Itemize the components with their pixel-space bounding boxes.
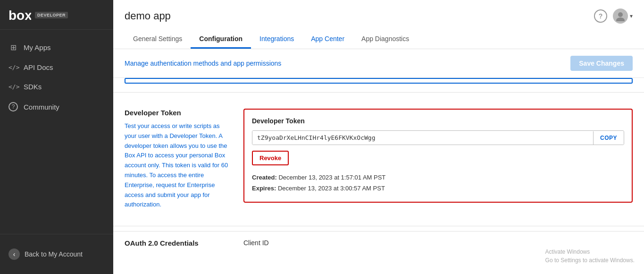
manage-auth-link[interactable]: Manage authentication methods and app pe… xyxy=(125,60,281,67)
created-label: Created: xyxy=(252,174,277,181)
token-created: Created: December 13, 2023 at 1:57:01 AM… xyxy=(252,172,624,183)
sidebar-logo: box DEVELOPER xyxy=(0,0,113,30)
token-input-row: COPY xyxy=(252,130,624,145)
developer-token-layout: Developer Token Test your access or writ… xyxy=(125,109,633,210)
oauth-section: OAuth 2.0 Credentials Client ID xyxy=(113,231,644,255)
oauth-layout: OAuth 2.0 Credentials Client ID xyxy=(125,239,633,247)
header-top: demo app ? ▾ xyxy=(125,9,633,24)
app-title: demo app xyxy=(125,10,171,22)
tab-general-settings[interactable]: General Settings xyxy=(125,30,191,49)
developer-token-left: Developer Token Test your access or writ… xyxy=(125,109,228,210)
developer-token-section: Developer Token Test your access or writ… xyxy=(113,97,644,221)
token-meta: Created: December 13, 2023 at 1:57:01 AM… xyxy=(252,172,624,194)
section-divider-1 xyxy=(113,92,644,93)
created-value: December 13, 2023 at 1:57:01 AM PST xyxy=(278,174,385,181)
desc-link-authorization[interactable]: authorization xyxy=(125,201,159,208)
revoke-button[interactable]: Revoke xyxy=(252,151,289,165)
code-icon-sdk: </> xyxy=(8,83,18,90)
back-to-account-button[interactable]: ‹ Back to My Account xyxy=(0,242,113,266)
content-toolbar: Manage authentication methods and app pe… xyxy=(113,49,644,78)
tab-app-center[interactable]: App Center xyxy=(302,30,353,49)
svg-text:box: box xyxy=(8,8,31,22)
code-icon-api: </> xyxy=(8,64,18,71)
sidebar-item-sdks-label: SDKs xyxy=(24,83,42,91)
tab-integrations[interactable]: Integrations xyxy=(251,30,302,49)
sidebar-item-my-apps-label: My Apps xyxy=(24,43,51,51)
partial-blue-bar xyxy=(125,78,633,84)
box-logo-icon: box xyxy=(8,8,31,22)
oauth-right: Client ID xyxy=(243,239,633,247)
developer-badge: DEVELOPER xyxy=(35,12,68,18)
token-box-title: Developer Token xyxy=(252,117,624,125)
developer-token-title: Developer Token xyxy=(125,109,228,117)
sidebar-item-community[interactable]: ? Community xyxy=(0,96,113,117)
help-icon[interactable]: ? xyxy=(594,9,607,23)
expires-label: Expires: xyxy=(252,185,276,192)
desc-text-4: and submit your app for xyxy=(143,191,209,198)
sidebar-item-api-docs[interactable]: </> API Docs xyxy=(0,58,113,77)
user-avatar xyxy=(613,9,628,24)
oauth-left: OAuth 2.0 Credentials xyxy=(125,239,228,247)
main-header: demo app ? ▾ General Settings Configurat… xyxy=(113,0,644,49)
back-arrow-icon: ‹ xyxy=(8,248,20,260)
section-divider-2 xyxy=(113,226,644,226)
token-value-input[interactable] xyxy=(252,131,593,145)
back-to-account-label: Back to My Account xyxy=(25,250,83,258)
header-actions: ? ▾ xyxy=(594,9,633,24)
community-icon: ? xyxy=(8,102,18,111)
sidebar-item-api-docs-label: API Docs xyxy=(24,63,53,71)
svg-point-1 xyxy=(618,12,623,17)
user-avatar-wrapper[interactable]: ▾ xyxy=(613,9,633,24)
developer-token-right: Developer Token COPY Revoke Created: Dec… xyxy=(243,109,633,203)
copy-token-button[interactable]: COPY xyxy=(593,131,624,145)
token-box: Developer Token COPY Revoke Created: Dec… xyxy=(243,109,633,203)
desc-text-5: . xyxy=(159,201,161,208)
avatar-caret-icon: ▾ xyxy=(630,13,633,19)
grid-icon: ⊞ xyxy=(8,43,18,52)
sidebar: box DEVELOPER ⊞ My Apps </> API Docs </>… xyxy=(0,0,113,274)
token-expires: Expires: December 13, 2023 at 3:00:57 AM… xyxy=(252,183,624,194)
desc-link-token[interactable]: Developer Token xyxy=(169,132,215,139)
tabs: General Settings Configuration Integrati… xyxy=(125,30,633,49)
client-id-label: Client ID xyxy=(243,239,633,247)
expires-value: December 13, 2023 at 3:00:57 AM PST xyxy=(278,185,385,192)
sidebar-item-community-label: Community xyxy=(24,103,59,111)
box-logo: box DEVELOPER xyxy=(8,8,68,22)
developer-token-desc: Test your access or write scripts as you… xyxy=(125,121,228,210)
partial-selection-bar xyxy=(113,78,644,87)
tab-configuration[interactable]: Configuration xyxy=(191,30,251,49)
desc-link-enterprise[interactable]: Enterprise xyxy=(125,181,152,188)
oauth-title: OAuth 2.0 Credentials xyxy=(125,239,228,247)
content-area: Manage authentication methods and app pe… xyxy=(113,49,644,274)
save-changes-button[interactable]: Save Changes xyxy=(570,56,633,71)
sidebar-item-my-apps[interactable]: ⊞ My Apps xyxy=(0,37,113,58)
sidebar-nav: ⊞ My Apps </> API Docs </> SDKs ? Commun… xyxy=(0,30,113,234)
desc-text-3: , request for xyxy=(152,181,187,188)
sidebar-item-sdks[interactable]: </> SDKs xyxy=(0,77,113,96)
sidebar-bottom: ‹ Back to My Account xyxy=(0,234,113,274)
svg-point-2 xyxy=(616,17,625,21)
tab-app-diagnostics[interactable]: App Diagnostics xyxy=(353,30,418,49)
main-content: demo app ? ▾ General Settings Configurat… xyxy=(113,0,644,274)
